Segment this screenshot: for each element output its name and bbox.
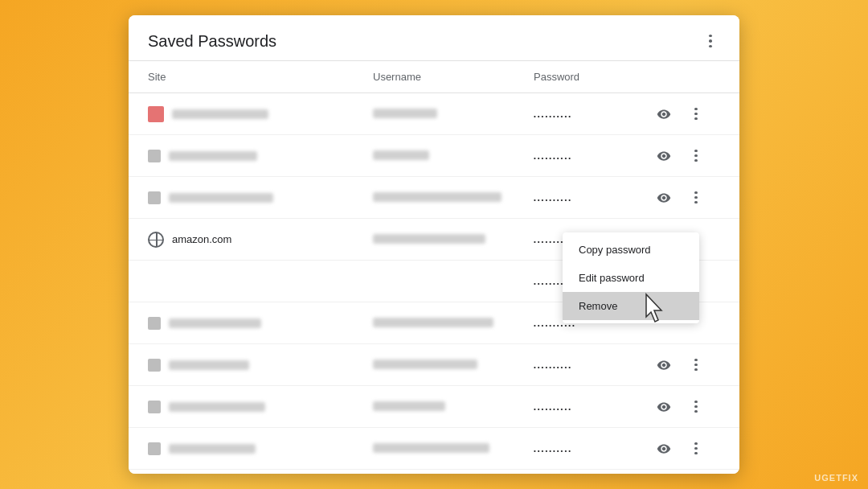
- site-cell: [148, 442, 373, 455]
- show-password-button[interactable]: [656, 399, 672, 415]
- site-name-blurred: [169, 151, 257, 161]
- password-cell: ••••••••••: [534, 442, 656, 456]
- show-password-button[interactable]: [656, 106, 672, 122]
- site-name-blurred: [172, 109, 268, 119]
- site-favicon: [148, 401, 161, 413]
- password-dots: ••••••••••: [534, 405, 572, 413]
- row-more-button[interactable]: [688, 357, 704, 373]
- site-favicon: [148, 106, 164, 122]
- site-name: amazon.com: [172, 233, 231, 245]
- site-name-blurred: [169, 360, 249, 370]
- show-password-button[interactable]: [656, 441, 672, 457]
- password-cell: ••••••••••: [534, 107, 656, 121]
- password-dots: ••••••••••: [534, 364, 572, 371]
- watermark: UGETFIX: [814, 473, 858, 483]
- table-row: ••••••••••: [129, 177, 739, 219]
- username-blurred: [373, 150, 429, 160]
- username-blurred: [373, 318, 493, 327]
- username-cell: [373, 400, 534, 414]
- browser-panel: Saved Passwords Site Username Password •…: [129, 15, 739, 474]
- password-dots: ••••••••••: [534, 447, 572, 454]
- site-name-blurred: [169, 193, 273, 203]
- site-cell: [148, 317, 373, 330]
- site-favicon: [148, 317, 161, 330]
- site-cell: [148, 359, 373, 372]
- table-row: ••••••••••: [129, 428, 739, 470]
- panel-header: Saved Passwords: [129, 15, 739, 61]
- site-cell: [148, 106, 373, 122]
- password-dots: ••••••••••: [534, 154, 572, 162]
- site-favicon: [148, 191, 161, 204]
- row-more-button[interactable]: [688, 106, 704, 122]
- table-row: ••••••••••: [129, 386, 739, 428]
- context-menu: Copy password Edit password Remove: [563, 232, 699, 323]
- site-cell: amazon.com: [148, 232, 373, 248]
- col-site: Site: [148, 68, 373, 86]
- row-more-button[interactable]: [688, 190, 704, 206]
- context-menu-remove[interactable]: Remove: [563, 292, 699, 320]
- site-cell: [148, 191, 373, 204]
- row-more-button[interactable]: [688, 148, 704, 164]
- context-menu-edit-password[interactable]: Edit password: [563, 264, 699, 292]
- eye-icon: [657, 107, 671, 121]
- context-menu-copy-password[interactable]: Copy password: [563, 236, 699, 264]
- show-password-button[interactable]: [656, 190, 672, 206]
- username-cell: [373, 191, 534, 205]
- site-cell: [148, 150, 373, 162]
- username-cell: [373, 316, 534, 331]
- site-favicon-globe: [148, 232, 164, 248]
- col-password: Password: [534, 68, 656, 86]
- username-blurred: [373, 401, 445, 411]
- eye-icon: [657, 358, 671, 372]
- row-more-button[interactable]: [688, 399, 704, 415]
- eye-icon: [657, 191, 671, 205]
- password-cell: ••••••••••: [534, 191, 656, 205]
- username-cell: [373, 232, 534, 247]
- password-cell: ••••••••••: [534, 149, 656, 163]
- site-name-blurred: [169, 402, 265, 412]
- show-password-button[interactable]: [656, 148, 672, 164]
- username-blurred: [373, 443, 489, 453]
- table-row: ••••••••••: [129, 344, 739, 386]
- username-cell: [373, 358, 534, 372]
- table-row: ••••••••••: [129, 470, 739, 474]
- password-dots: ••••••••••: [534, 113, 572, 120]
- site-favicon: [148, 150, 161, 162]
- eye-icon: [657, 400, 671, 414]
- password-cell: ••••••••••: [534, 400, 656, 414]
- username-cell: [373, 442, 534, 456]
- table-row: ••••••••••: [129, 135, 739, 177]
- site-favicon: [148, 442, 161, 455]
- site-cell: [148, 401, 373, 413]
- page-title: Saved Passwords: [148, 32, 276, 51]
- password-cell: ••••••••••: [534, 358, 656, 372]
- username-blurred: [373, 234, 485, 244]
- row-more-button[interactable]: [688, 441, 704, 457]
- username-cell: [373, 107, 534, 121]
- col-username: Username: [373, 68, 534, 86]
- eye-icon: [657, 149, 671, 163]
- site-name-blurred: [169, 444, 256, 454]
- username-cell: [373, 149, 534, 163]
- header-more-button[interactable]: [701, 31, 720, 51]
- table-row: ••••••••••: [129, 93, 739, 135]
- show-password-button[interactable]: [656, 357, 672, 373]
- username-blurred: [373, 360, 477, 369]
- table-header: Site Username Password: [129, 61, 739, 93]
- password-dots: ••••••••••: [534, 196, 572, 203]
- eye-icon: [657, 442, 671, 456]
- site-name-blurred: [169, 318, 261, 328]
- site-favicon: [148, 359, 161, 372]
- username-blurred: [373, 109, 437, 118]
- username-blurred: [373, 192, 502, 202]
